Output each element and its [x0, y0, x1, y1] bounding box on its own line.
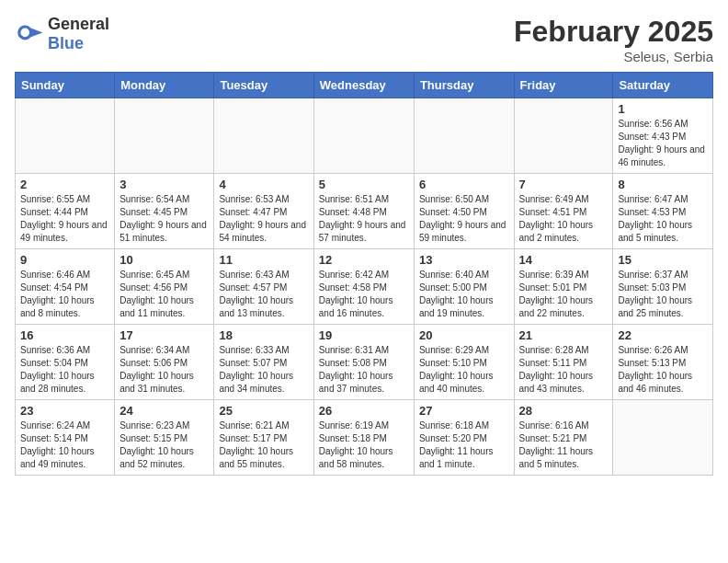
day-cell: 9Sunrise: 6:46 AM Sunset: 4:54 PM Daylig…	[16, 249, 115, 325]
day-info: Sunrise: 6:45 AM Sunset: 4:56 PM Dayligh…	[119, 269, 209, 320]
day-info: Sunrise: 6:56 AM Sunset: 4:43 PM Dayligh…	[618, 118, 708, 169]
day-cell: 5Sunrise: 6:51 AM Sunset: 4:48 PM Daylig…	[313, 174, 414, 249]
day-number: 15	[618, 253, 708, 267]
day-cell: 8Sunrise: 6:47 AM Sunset: 4:53 PM Daylig…	[613, 174, 713, 249]
day-number: 21	[519, 328, 609, 342]
day-cell: 23Sunrise: 6:24 AM Sunset: 5:14 PM Dayli…	[16, 400, 115, 476]
day-info: Sunrise: 6:19 AM Sunset: 5:18 PM Dayligh…	[319, 419, 409, 471]
day-cell: 19Sunrise: 6:31 AM Sunset: 5:08 PM Dayli…	[313, 325, 414, 400]
day-cell: 6Sunrise: 6:50 AM Sunset: 4:50 PM Daylig…	[414, 174, 514, 249]
day-cell: 27Sunrise: 6:18 AM Sunset: 5:20 PM Dayli…	[414, 400, 514, 476]
day-info: Sunrise: 6:26 AM Sunset: 5:13 PM Dayligh…	[618, 344, 708, 396]
day-info: Sunrise: 6:51 AM Sunset: 4:48 PM Dayligh…	[319, 193, 409, 245]
calendar-header-row: Sunday Monday Tuesday Wednesday Thursday…	[16, 73, 713, 98]
week-row-2: 9Sunrise: 6:46 AM Sunset: 4:54 PM Daylig…	[16, 249, 713, 325]
day-number: 17	[119, 328, 209, 342]
day-cell: 7Sunrise: 6:49 AM Sunset: 4:51 PM Daylig…	[514, 174, 613, 249]
logo-icon	[15, 19, 44, 49]
day-cell: 11Sunrise: 6:43 AM Sunset: 4:57 PM Dayli…	[214, 249, 313, 325]
day-number: 3	[119, 178, 209, 191]
day-cell: 17Sunrise: 6:34 AM Sunset: 5:06 PM Dayli…	[115, 325, 214, 400]
day-cell: 3Sunrise: 6:54 AM Sunset: 4:45 PM Daylig…	[115, 174, 214, 249]
day-cell: 20Sunrise: 6:29 AM Sunset: 5:10 PM Dayli…	[414, 325, 514, 400]
day-number: 7	[519, 178, 609, 191]
day-number: 6	[419, 178, 509, 191]
day-number: 27	[419, 404, 509, 418]
day-info: Sunrise: 6:29 AM Sunset: 5:10 PM Dayligh…	[419, 344, 509, 396]
day-cell: 21Sunrise: 6:28 AM Sunset: 5:11 PM Dayli…	[514, 325, 613, 400]
day-cell: 22Sunrise: 6:26 AM Sunset: 5:13 PM Dayli…	[613, 325, 713, 400]
col-thursday: Thursday	[414, 73, 514, 98]
day-number: 14	[519, 253, 609, 267]
day-number: 4	[219, 178, 308, 191]
day-cell	[16, 98, 115, 174]
col-tuesday: Tuesday	[214, 73, 313, 98]
day-info: Sunrise: 6:55 AM Sunset: 4:44 PM Dayligh…	[20, 193, 109, 245]
day-cell: 12Sunrise: 6:42 AM Sunset: 4:58 PM Dayli…	[313, 249, 414, 325]
day-info: Sunrise: 6:16 AM Sunset: 5:21 PM Dayligh…	[519, 419, 609, 471]
day-cell: 14Sunrise: 6:39 AM Sunset: 5:01 PM Dayli…	[514, 249, 613, 325]
day-number: 20	[419, 328, 509, 342]
day-info: Sunrise: 6:31 AM Sunset: 5:08 PM Dayligh…	[319, 344, 409, 396]
day-number: 13	[419, 253, 509, 267]
day-cell: 1Sunrise: 6:56 AM Sunset: 4:43 PM Daylig…	[613, 98, 713, 174]
logo-general-text: General	[48, 15, 109, 33]
day-cell: 25Sunrise: 6:21 AM Sunset: 5:17 PM Dayli…	[214, 400, 313, 476]
day-number: 11	[219, 253, 308, 267]
calendar-title: February 2025	[514, 15, 713, 49]
day-info: Sunrise: 6:18 AM Sunset: 5:20 PM Dayligh…	[419, 419, 509, 471]
day-cell	[514, 98, 613, 174]
day-number: 28	[519, 404, 609, 418]
day-info: Sunrise: 6:34 AM Sunset: 5:06 PM Dayligh…	[119, 344, 209, 396]
day-number: 25	[219, 404, 308, 418]
svg-point-1	[20, 29, 29, 38]
logo: General Blue	[15, 15, 109, 53]
day-number: 12	[319, 253, 409, 267]
day-info: Sunrise: 6:24 AM Sunset: 5:14 PM Dayligh…	[20, 419, 109, 471]
col-friday: Friday	[514, 73, 613, 98]
col-saturday: Saturday	[613, 73, 713, 98]
day-number: 23	[20, 404, 109, 418]
col-wednesday: Wednesday	[313, 73, 414, 98]
day-cell	[313, 98, 414, 174]
day-cell: 13Sunrise: 6:40 AM Sunset: 5:00 PM Dayli…	[414, 249, 514, 325]
day-info: Sunrise: 6:37 AM Sunset: 5:03 PM Dayligh…	[618, 269, 708, 320]
day-info: Sunrise: 6:50 AM Sunset: 4:50 PM Dayligh…	[419, 193, 509, 245]
day-info: Sunrise: 6:53 AM Sunset: 4:47 PM Dayligh…	[219, 193, 308, 245]
day-info: Sunrise: 6:21 AM Sunset: 5:17 PM Dayligh…	[219, 419, 308, 471]
day-info: Sunrise: 6:28 AM Sunset: 5:11 PM Dayligh…	[519, 344, 609, 396]
day-number: 10	[119, 253, 209, 267]
day-number: 22	[618, 328, 708, 342]
day-info: Sunrise: 6:47 AM Sunset: 4:53 PM Dayligh…	[618, 193, 708, 245]
day-info: Sunrise: 6:43 AM Sunset: 4:57 PM Dayligh…	[219, 269, 308, 320]
day-number: 26	[319, 404, 409, 418]
day-info: Sunrise: 6:40 AM Sunset: 5:00 PM Dayligh…	[419, 269, 509, 320]
col-monday: Monday	[115, 73, 214, 98]
logo-blue-text: Blue	[48, 34, 84, 52]
day-info: Sunrise: 6:46 AM Sunset: 4:54 PM Dayligh…	[20, 269, 109, 320]
page-header: General Blue February 2025 Seleus, Serbi…	[15, 15, 713, 64]
day-info: Sunrise: 6:42 AM Sunset: 4:58 PM Dayligh…	[319, 269, 409, 320]
day-cell	[414, 98, 514, 174]
day-info: Sunrise: 6:33 AM Sunset: 5:07 PM Dayligh…	[219, 344, 308, 396]
svg-marker-2	[31, 29, 43, 38]
day-number: 19	[319, 328, 409, 342]
day-number: 5	[319, 178, 409, 191]
day-cell: 4Sunrise: 6:53 AM Sunset: 4:47 PM Daylig…	[214, 174, 313, 249]
day-info: Sunrise: 6:49 AM Sunset: 4:51 PM Dayligh…	[519, 193, 609, 245]
day-info: Sunrise: 6:23 AM Sunset: 5:15 PM Dayligh…	[119, 419, 209, 471]
col-sunday: Sunday	[16, 73, 115, 98]
day-cell: 18Sunrise: 6:33 AM Sunset: 5:07 PM Dayli…	[214, 325, 313, 400]
calendar-title-block: February 2025 Seleus, Serbia	[514, 15, 713, 64]
day-cell	[115, 98, 214, 174]
day-number: 18	[219, 328, 308, 342]
week-row-1: 2Sunrise: 6:55 AM Sunset: 4:44 PM Daylig…	[16, 174, 713, 249]
day-number: 9	[20, 253, 109, 267]
day-cell: 15Sunrise: 6:37 AM Sunset: 5:03 PM Dayli…	[613, 249, 713, 325]
day-cell: 26Sunrise: 6:19 AM Sunset: 5:18 PM Dayli…	[313, 400, 414, 476]
day-info: Sunrise: 6:54 AM Sunset: 4:45 PM Dayligh…	[119, 193, 209, 245]
week-row-3: 16Sunrise: 6:36 AM Sunset: 5:04 PM Dayli…	[16, 325, 713, 400]
day-info: Sunrise: 6:36 AM Sunset: 5:04 PM Dayligh…	[20, 344, 109, 396]
day-cell: 24Sunrise: 6:23 AM Sunset: 5:15 PM Dayli…	[115, 400, 214, 476]
calendar-subtitle: Seleus, Serbia	[514, 49, 713, 64]
